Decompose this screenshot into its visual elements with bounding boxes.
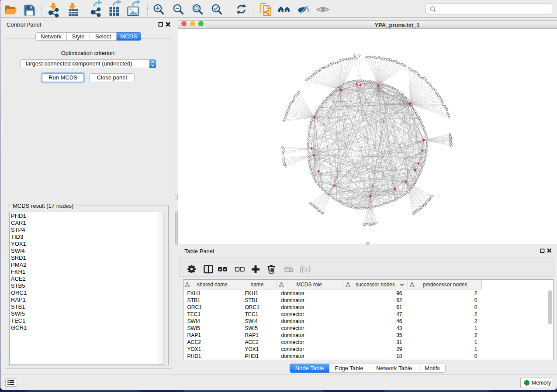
svg-text:f(x): f(x) [300, 265, 311, 274]
